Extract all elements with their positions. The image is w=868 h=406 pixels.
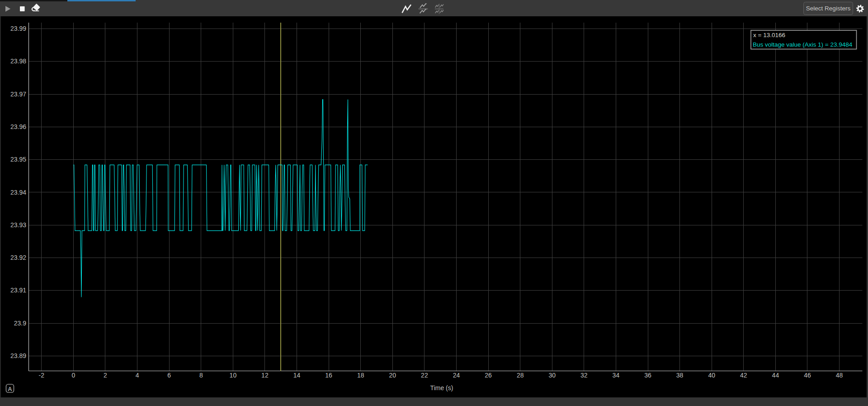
svg-text:23.92: 23.92: [10, 254, 26, 261]
svg-text:46: 46: [804, 372, 811, 379]
svg-text:32: 32: [580, 372, 588, 379]
svg-text:12: 12: [261, 372, 269, 379]
svg-text:23.97: 23.97: [10, 91, 26, 98]
svg-text:Bus voltage value (Axis 1) = 2: Bus voltage value (Axis 1) = 23.9484: [753, 41, 853, 48]
svg-text:30: 30: [549, 372, 556, 379]
svg-text:10: 10: [230, 372, 237, 379]
svg-text:23.91: 23.91: [10, 287, 26, 294]
svg-text:0: 0: [72, 372, 75, 379]
svg-text:A: A: [8, 386, 12, 392]
svg-text:23.9: 23.9: [14, 320, 26, 327]
svg-text:2: 2: [104, 372, 107, 379]
svg-text:24: 24: [453, 372, 460, 379]
svg-text:23.98: 23.98: [10, 57, 26, 65]
svg-text:26: 26: [485, 372, 492, 379]
svg-text:Time (s): Time (s): [430, 384, 453, 392]
svg-text:44: 44: [772, 372, 779, 379]
svg-text:22: 22: [421, 372, 428, 379]
svg-text:42: 42: [740, 372, 747, 379]
svg-text:40: 40: [708, 372, 715, 379]
svg-text:23.95: 23.95: [10, 156, 26, 163]
svg-text:8: 8: [199, 372, 203, 379]
svg-text:4: 4: [136, 372, 139, 379]
svg-text:16: 16: [325, 372, 332, 379]
svg-text:48: 48: [836, 372, 843, 379]
svg-text:x = 13.0166: x = 13.0166: [753, 32, 785, 38]
svg-text:14: 14: [293, 372, 301, 379]
svg-text:34: 34: [613, 372, 620, 379]
svg-text:6: 6: [167, 372, 171, 379]
svg-text:-2: -2: [39, 372, 45, 379]
svg-text:23.94: 23.94: [10, 189, 26, 196]
svg-text:28: 28: [517, 372, 524, 379]
svg-text:23.99: 23.99: [10, 25, 26, 32]
svg-text:38: 38: [676, 372, 684, 379]
svg-text:23.96: 23.96: [10, 123, 26, 130]
svg-text:18: 18: [357, 372, 364, 379]
svg-text:23.93: 23.93: [10, 221, 26, 229]
svg-text:23.89: 23.89: [10, 352, 26, 359]
svg-text:Select Registers: Select Registers: [806, 5, 851, 12]
svg-text:36: 36: [644, 372, 651, 379]
svg-text:20: 20: [389, 372, 396, 379]
